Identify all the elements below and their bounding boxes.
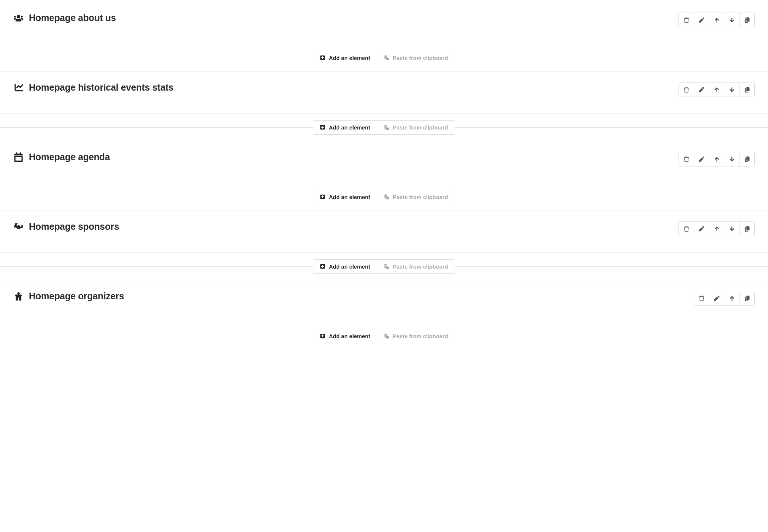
- content-block: Homepage agenda: [0, 141, 768, 183]
- insert-row: Add an elementPaste from clipboard: [0, 322, 768, 350]
- delete-button[interactable]: [678, 82, 694, 97]
- paste-icon: [384, 333, 389, 339]
- paste-icon: [384, 264, 389, 269]
- block-actions: [678, 221, 755, 236]
- insert-button-group: Add an elementPaste from clipboard: [313, 259, 455, 274]
- calendar-icon: [13, 152, 24, 162]
- pencil-icon: [714, 296, 720, 301]
- paste-icon: [384, 194, 389, 199]
- block-actions: [678, 82, 755, 97]
- pencil-icon: [699, 17, 704, 23]
- arrow-down-icon: [729, 87, 735, 92]
- trash-icon: [684, 226, 689, 232]
- copy-icon: [744, 296, 750, 301]
- paste-clipboard-label: Paste from clipboard: [393, 55, 448, 61]
- pencil-icon: [699, 87, 704, 92]
- add-element-button[interactable]: Add an element: [313, 51, 377, 65]
- insert-button-group: Add an elementPaste from clipboard: [313, 120, 455, 135]
- insert-row: Add an elementPaste from clipboard: [0, 183, 768, 211]
- delete-button[interactable]: [678, 221, 694, 236]
- paste-clipboard-button[interactable]: Paste from clipboard: [377, 329, 455, 343]
- arrow-up-icon: [714, 156, 720, 162]
- insert-row: Add an elementPaste from clipboard: [0, 114, 768, 141]
- add-element-label: Add an element: [329, 263, 370, 270]
- copy-button[interactable]: [739, 291, 755, 306]
- paste-clipboard-label: Paste from clipboard: [393, 263, 448, 270]
- block-header: Homepage historical events stats: [13, 82, 174, 93]
- move-up-button[interactable]: [724, 291, 740, 306]
- content-block: Homepage organizers: [0, 280, 768, 322]
- move-down-button[interactable]: [724, 221, 740, 236]
- block-title: Homepage historical events stats: [29, 82, 174, 93]
- pencil-icon: [699, 156, 704, 162]
- edit-button[interactable]: [694, 152, 709, 166]
- copy-button[interactable]: [739, 152, 755, 166]
- block-header: Homepage sponsors: [13, 221, 119, 232]
- plus-square-icon: [320, 125, 325, 130]
- move-up-button[interactable]: [709, 82, 724, 97]
- move-up-button[interactable]: [709, 13, 724, 27]
- block-header: Homepage agenda: [13, 152, 110, 162]
- arrow-up-icon: [729, 296, 735, 301]
- trash-icon: [684, 17, 689, 23]
- copy-icon: [744, 156, 750, 162]
- block-header: Homepage organizers: [13, 291, 124, 302]
- paste-clipboard-label: Paste from clipboard: [393, 333, 448, 339]
- block-actions: [678, 152, 755, 166]
- paste-clipboard-button[interactable]: Paste from clipboard: [377, 51, 455, 65]
- paste-icon: [384, 125, 389, 130]
- plus-square-icon: [320, 194, 325, 199]
- copy-icon: [744, 87, 750, 92]
- paste-clipboard-label: Paste from clipboard: [393, 194, 448, 200]
- move-up-button[interactable]: [709, 221, 724, 236]
- handshake-icon: [13, 222, 24, 232]
- trash-icon: [684, 156, 689, 162]
- block-title: Homepage about us: [29, 13, 116, 23]
- arrow-down-icon: [729, 17, 735, 23]
- copy-button[interactable]: [739, 13, 755, 27]
- arrow-down-icon: [729, 156, 735, 162]
- block-title: Homepage organizers: [29, 291, 124, 302]
- content-block: Homepage historical events stats: [0, 71, 768, 114]
- trash-icon: [699, 296, 704, 301]
- users-icon: [13, 13, 24, 23]
- delete-button[interactable]: [678, 152, 694, 166]
- add-element-label: Add an element: [329, 333, 370, 339]
- move-down-button[interactable]: [724, 13, 740, 27]
- paste-clipboard-label: Paste from clipboard: [393, 124, 448, 131]
- add-element-button[interactable]: Add an element: [313, 259, 377, 274]
- copy-button[interactable]: [739, 82, 755, 97]
- delete-button[interactable]: [678, 13, 694, 27]
- paste-clipboard-button[interactable]: Paste from clipboard: [377, 259, 455, 274]
- plus-square-icon: [320, 55, 325, 60]
- insert-button-group: Add an elementPaste from clipboard: [313, 190, 455, 204]
- copy-icon: [744, 17, 750, 23]
- arrow-up-icon: [714, 87, 720, 92]
- paste-clipboard-button[interactable]: Paste from clipboard: [377, 120, 455, 135]
- add-element-label: Add an element: [329, 55, 370, 61]
- edit-button[interactable]: [709, 291, 724, 306]
- move-down-button[interactable]: [724, 82, 740, 97]
- move-up-button[interactable]: [709, 152, 724, 166]
- copy-icon: [744, 226, 750, 232]
- insert-row: Add an elementPaste from clipboard: [0, 44, 768, 71]
- chart-icon: [13, 83, 24, 93]
- add-element-button[interactable]: Add an element: [313, 190, 377, 204]
- edit-button[interactable]: [694, 221, 709, 236]
- plus-square-icon: [320, 333, 325, 339]
- paste-clipboard-button[interactable]: Paste from clipboard: [377, 190, 455, 204]
- paste-icon: [384, 55, 389, 60]
- add-element-button[interactable]: Add an element: [313, 329, 377, 343]
- add-element-button[interactable]: Add an element: [313, 120, 377, 135]
- copy-button[interactable]: [739, 221, 755, 236]
- move-down-button[interactable]: [724, 152, 740, 166]
- block-header: Homepage about us: [13, 13, 116, 23]
- edit-button[interactable]: [694, 82, 709, 97]
- delete-button[interactable]: [694, 291, 709, 306]
- pencil-icon: [699, 226, 704, 232]
- insert-row: Add an elementPaste from clipboard: [0, 253, 768, 280]
- edit-button[interactable]: [694, 13, 709, 27]
- arrow-up-icon: [714, 226, 720, 232]
- people-icon: [13, 291, 24, 302]
- block-actions: [694, 291, 755, 306]
